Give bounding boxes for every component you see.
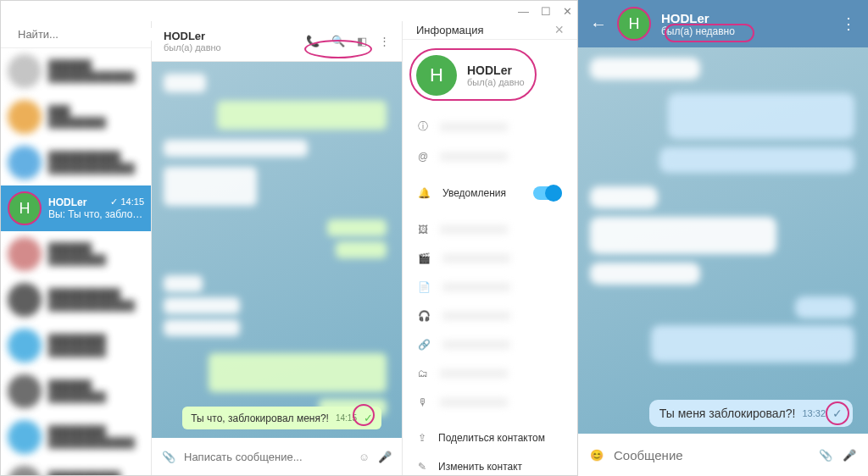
compose-input[interactable] bbox=[184, 451, 350, 463]
edit-icon: ✎ bbox=[418, 461, 426, 473]
chat-header: HODLer был(а) давно 📞 🔍 ◧ ⋮ bbox=[152, 21, 402, 62]
sidebar-item-hodler[interactable]: H HODLer ✓ 14:15 Вы: Ты что, заблокиров.… bbox=[1, 185, 151, 231]
notifications-row[interactable]: 🔔 Уведомления bbox=[403, 178, 577, 208]
mic-icon[interactable]: 🎤 bbox=[843, 449, 856, 462]
info-panel: Информация × H HODLer был(а) давно ⓘ @ 🔔… bbox=[403, 21, 577, 475]
info-title: Информация bbox=[416, 24, 484, 36]
chat-name: HODLer bbox=[661, 11, 735, 25]
annotation-circle bbox=[826, 401, 849, 425]
share-contact-row[interactable]: ⇪Поделиться контактом bbox=[403, 423, 577, 452]
chat-time: ✓ 14:15 bbox=[110, 196, 144, 208]
chat-title[interactable]: HODLer bbox=[164, 30, 221, 42]
info-row[interactable]: 🎙 bbox=[403, 388, 577, 417]
sidebar: ██████████████████ ███████████ █████████… bbox=[1, 21, 152, 475]
outgoing-message[interactable]: Ты меня заблокировал?! 13:32 ✓ bbox=[649, 400, 853, 427]
annotation-circle bbox=[304, 40, 372, 58]
more-icon[interactable]: ⋮ bbox=[841, 14, 856, 33]
back-icon[interactable]: ← bbox=[590, 14, 607, 34]
chat-name: HODLer bbox=[48, 196, 86, 208]
window-titlebar: — ☐ ✕ bbox=[1, 1, 577, 21]
info-row[interactable]: @ bbox=[403, 142, 577, 171]
sticker-icon[interactable]: 😊 bbox=[590, 449, 604, 462]
attach-icon[interactable]: 📎 bbox=[819, 449, 832, 462]
info-row[interactable]: 🎧 bbox=[403, 302, 577, 330]
avatar[interactable]: H bbox=[617, 7, 651, 41]
list-item[interactable]: ██████████████████ bbox=[1, 460, 151, 475]
message-text: Ты что, заблокировал меня?! bbox=[191, 412, 329, 424]
info-row[interactable]: ⓘ bbox=[403, 111, 577, 142]
info-header: Информация × bbox=[403, 21, 577, 40]
list-item[interactable]: ███████████ bbox=[1, 94, 151, 140]
info-row[interactable]: 🎬 bbox=[403, 244, 577, 273]
chat-messages[interactable]: Ты что, заблокировал меня?! 14:15 ✓ bbox=[152, 62, 402, 438]
outgoing-message[interactable]: Ты что, заблокировал меня?! 14:15 ✓ bbox=[182, 407, 381, 429]
list-item[interactable]: ██████████████████ bbox=[1, 48, 151, 94]
compose-bar: 📎 ☺ 🎤 bbox=[152, 438, 402, 475]
avatar: H bbox=[8, 191, 42, 225]
info-row[interactable]: 🖼 bbox=[403, 215, 577, 244]
maximize-button[interactable]: ☐ bbox=[541, 5, 551, 18]
close-icon[interactable]: × bbox=[554, 21, 564, 39]
list-item[interactable]: ██████████████████████ bbox=[1, 140, 151, 185]
mic-icon[interactable]: 🎤 bbox=[378, 451, 392, 463]
message-text: Ты меня заблокировал?! bbox=[659, 407, 796, 420]
message-time: 13:32 bbox=[802, 408, 826, 418]
list-item[interactable]: ████████████████████ bbox=[1, 414, 151, 460]
edit-contact-row[interactable]: ✎Изменить контакт bbox=[403, 452, 577, 476]
more-icon[interactable]: ⋮ bbox=[379, 35, 390, 47]
annotation-circle bbox=[409, 48, 537, 101]
info-profile[interactable]: H HODLer был(а) давно bbox=[403, 40, 577, 111]
chat-list[interactable]: ██████████████████ ███████████ █████████… bbox=[1, 48, 151, 475]
chat-status: был(а) давно bbox=[164, 42, 221, 53]
compose-input[interactable] bbox=[614, 448, 809, 462]
minimize-button[interactable]: — bbox=[518, 5, 529, 18]
mobile-messages[interactable]: Ты меня заблокировал?! 13:32 ✓ bbox=[578, 47, 868, 434]
chat-column: HODLer был(а) давно 📞 🔍 ◧ ⋮ bbox=[152, 21, 403, 475]
annotation-circle bbox=[665, 24, 754, 42]
close-button[interactable]: ✕ bbox=[563, 5, 572, 18]
info-row[interactable]: 🗂 bbox=[403, 359, 577, 388]
desktop-app-window: — ☐ ✕ ██████████████████ ███████████ ███… bbox=[0, 0, 578, 476]
list-item[interactable]: ██████████████ bbox=[1, 231, 151, 277]
mobile-app: ← H HODLer был(а) недавно ⋮ Ты меня забл… bbox=[578, 0, 868, 476]
notifications-label: Уведомления bbox=[442, 187, 506, 199]
info-row[interactable]: 📄 bbox=[403, 273, 577, 302]
main-layout: ██████████████████ ███████████ █████████… bbox=[1, 21, 577, 475]
chat-preview: Вы: Ты что, заблокиров...📌 bbox=[48, 208, 144, 220]
mobile-compose: 😊 📎 🎤 bbox=[578, 434, 868, 476]
emoji-icon[interactable]: ☺ bbox=[359, 451, 370, 463]
share-icon: ⇪ bbox=[418, 432, 426, 444]
notifications-toggle[interactable] bbox=[533, 186, 562, 200]
mobile-header: ← H HODLer был(а) недавно ⋮ bbox=[578, 0, 868, 47]
search-input[interactable] bbox=[18, 28, 160, 41]
list-item[interactable]: ██████████████ bbox=[1, 368, 151, 414]
sidebar-top bbox=[1, 21, 151, 48]
attach-icon[interactable]: 📎 bbox=[162, 451, 175, 463]
list-item[interactable]: ██████████████████████ bbox=[1, 277, 151, 323]
annotation-circle bbox=[353, 404, 375, 426]
info-row[interactable]: 🔗 bbox=[403, 330, 577, 359]
list-item[interactable]: ████████████████ bbox=[1, 323, 151, 368]
bell-icon: 🔔 bbox=[418, 187, 431, 199]
